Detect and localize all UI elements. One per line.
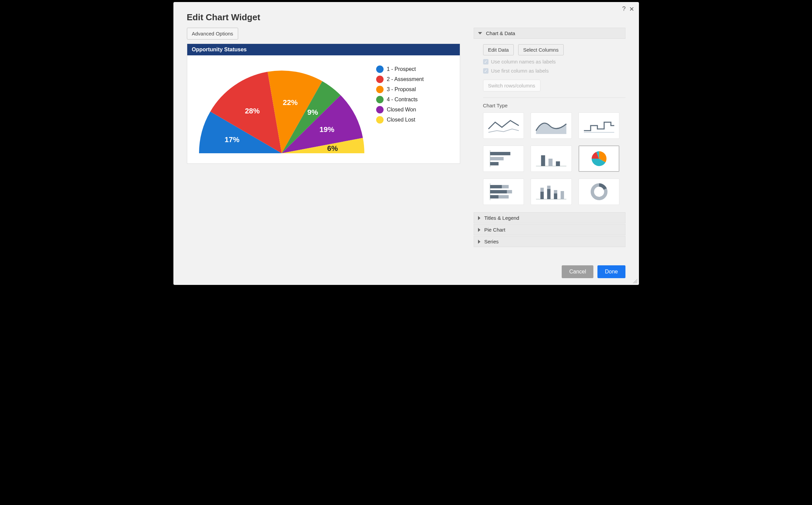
svg-rect-12 — [507, 190, 512, 193]
chart-type-grid — [483, 112, 620, 205]
svg-rect-6 — [549, 159, 553, 166]
cancel-button[interactable]: Cancel — [562, 265, 593, 278]
legend-swatch — [376, 116, 384, 124]
legend-label: 4 - Contracts — [387, 97, 418, 103]
chart-type-pie[interactable] — [579, 145, 620, 172]
svg-rect-21 — [554, 190, 557, 193]
semi-pie-chart: 17%28%22%9%19%6% — [194, 62, 369, 160]
select-columns-button[interactable]: Select Columns — [518, 44, 564, 55]
divider — [483, 98, 625, 98]
checkbox-first-column-as-labels[interactable]: ✓ Use first column as labels — [483, 68, 625, 74]
chart-preview-card: Opportunity Statuses 17%28%22%9%19%6% 1 … — [187, 44, 460, 164]
svg-rect-19 — [547, 186, 551, 189]
svg-rect-10 — [502, 185, 508, 188]
done-button[interactable]: Done — [597, 265, 625, 278]
help-icon[interactable]: ? — [622, 5, 625, 13]
section-title: Series — [484, 239, 499, 244]
legend-swatch — [376, 65, 384, 73]
resize-grip-icon[interactable] — [633, 278, 638, 284]
svg-rect-16 — [540, 192, 544, 199]
legend-item: Closed Lost — [376, 116, 424, 124]
legend-label: 1 - Prospect — [387, 66, 416, 72]
checkbox-label: Use first column as labels — [491, 68, 549, 74]
section-titles-and-legend[interactable]: Titles & Legend — [474, 212, 625, 223]
checkbox-column-names-as-labels[interactable]: ✓ Use column names as labels — [483, 59, 625, 64]
legend-label: 3 - Proposal — [387, 86, 416, 92]
legend-item: 3 - Proposal — [376, 86, 424, 93]
section-pie-chart[interactable]: Pie Chart — [474, 224, 625, 235]
chart-type-line[interactable] — [483, 112, 524, 139]
chart-legend: 1 - Prospect2 - Assessment3 - Proposal4 … — [376, 65, 424, 126]
legend-label: Closed Won — [387, 107, 416, 113]
legend-item: 4 - Contracts — [376, 96, 424, 103]
legend-item: 1 - Prospect — [376, 65, 424, 73]
section-title: Chart & Data — [486, 30, 515, 36]
svg-rect-14 — [498, 195, 508, 198]
advanced-options-button[interactable]: Advanced Options — [187, 28, 239, 39]
check-icon: ✓ — [483, 59, 488, 64]
legend-item: 2 - Assessment — [376, 76, 424, 83]
legend-swatch — [376, 76, 384, 83]
svg-rect-18 — [547, 189, 551, 199]
chart-type-step[interactable] — [579, 112, 620, 139]
legend-swatch — [376, 106, 384, 113]
svg-rect-3 — [490, 162, 498, 165]
checkbox-label: Use column names as labels — [491, 59, 556, 64]
chevron-right-icon — [478, 240, 480, 244]
chevron-right-icon — [478, 216, 480, 220]
svg-rect-2 — [490, 157, 503, 160]
svg-rect-9 — [490, 185, 502, 188]
svg-rect-13 — [490, 195, 498, 198]
chart-type-bar-v-stacked[interactable] — [531, 179, 572, 205]
svg-rect-1 — [490, 152, 510, 155]
svg-rect-17 — [540, 188, 544, 192]
legend-swatch — [376, 86, 384, 93]
dialog-title: Edit Chart Widget — [187, 12, 625, 23]
switch-rows-columns-button: Switch rows/columns — [483, 80, 540, 91]
svg-rect-22 — [561, 191, 564, 199]
edit-data-button[interactable]: Edit Data — [483, 44, 514, 55]
section-title: Pie Chart — [484, 227, 506, 233]
legend-label: 2 - Assessment — [387, 76, 424, 82]
svg-rect-20 — [554, 193, 557, 199]
chart-type-label: Chart Type — [483, 103, 625, 108]
svg-rect-11 — [490, 190, 507, 193]
chevron-down-icon — [478, 32, 482, 34]
edit-chart-dialog: ? ✕ Edit Chart Widget Advanced Options O… — [173, 2, 639, 285]
chart-type-bar-h-stacked[interactable] — [483, 179, 524, 205]
svg-rect-7 — [556, 161, 560, 166]
chevron-right-icon — [478, 228, 480, 232]
check-icon: ✓ — [483, 68, 488, 74]
section-series[interactable]: Series — [474, 236, 625, 247]
legend-label: Closed Lost — [387, 117, 416, 123]
chart-type-area[interactable] — [531, 112, 572, 139]
legend-item: Closed Won — [376, 106, 424, 113]
section-title: Titles & Legend — [484, 215, 520, 221]
close-icon[interactable]: ✕ — [629, 5, 634, 13]
section-chart-and-data[interactable]: Chart & Data — [474, 28, 625, 39]
chart-type-bar-h[interactable] — [483, 145, 524, 172]
chart-type-donut[interactable] — [579, 179, 620, 205]
chart-type-bar-v[interactable] — [531, 145, 572, 172]
chart-title: Opportunity Statuses — [187, 44, 460, 55]
svg-rect-5 — [541, 155, 545, 166]
legend-swatch — [376, 96, 384, 103]
